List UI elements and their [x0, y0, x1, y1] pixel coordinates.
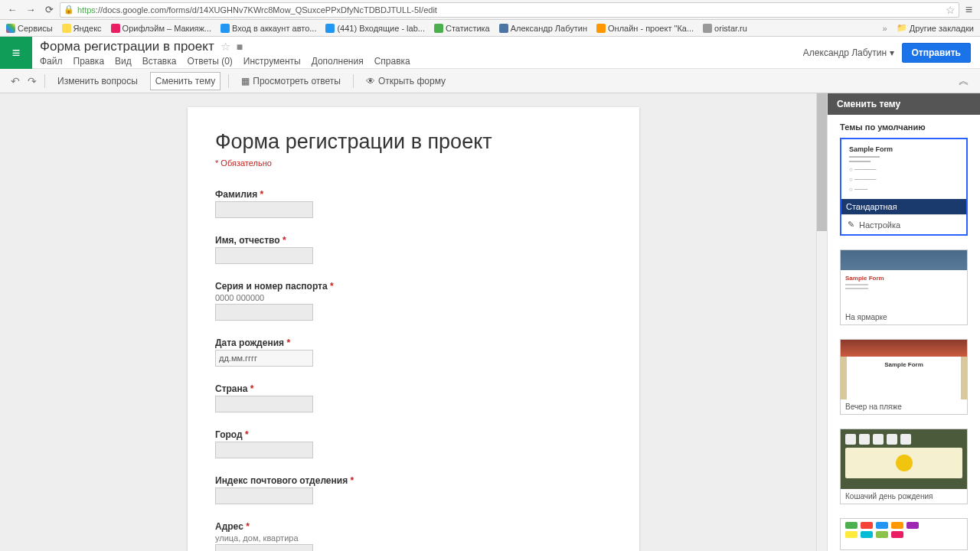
theme-card-cat[interactable]: Кошачий день рождения — [840, 429, 968, 504]
star-icon[interactable]: ☆ — [220, 40, 230, 54]
open-form-button[interactable]: 👁Открыть форму — [361, 73, 450, 90]
scrollbar[interactable] — [816, 93, 827, 551]
field-input-city[interactable] — [215, 442, 313, 458]
tab-edit-questions[interactable]: Изменить вопросы — [53, 73, 142, 90]
form-canvas: Форма регистрации в проект * Обязательно… — [0, 93, 827, 551]
bookmark-item[interactable]: Яндекс — [62, 24, 102, 33]
field-input-country[interactable] — [215, 396, 313, 412]
send-button[interactable]: Отправить — [902, 43, 971, 63]
scrollbar-thumb[interactable] — [817, 93, 827, 231]
favicon-icon — [325, 24, 335, 33]
theme-sidebar: Сменить тему Темы по умолчанию Sample Fo… — [827, 93, 980, 551]
field-label: Индекс почтового отделения * — [215, 475, 612, 486]
redo-icon[interactable]: ↷ — [28, 75, 37, 87]
bookmarks-bar: Сервисы Яндекс Орифлэйм – Макияж... Вход… — [0, 20, 980, 37]
bookmark-item[interactable]: oristar.ru — [703, 24, 747, 33]
field-help: улица, дом, квартира — [215, 533, 612, 543]
move-folder-icon[interactable]: ■ — [237, 41, 243, 53]
menu-file[interactable]: Файл — [40, 56, 63, 67]
form-field: Адрес * улица, дом, квартира — [215, 521, 612, 551]
field-label: Имя, отчество * — [215, 235, 612, 246]
form-field: Город * — [215, 429, 612, 458]
folder-icon: 📁 — [897, 23, 907, 33]
forward-button[interactable]: → — [23, 2, 38, 18]
favicon-icon — [703, 24, 712, 33]
bookmark-item[interactable]: Онлайн - проект "Ка... — [596, 24, 694, 33]
form-field: Фамилия * — [215, 189, 612, 218]
field-label: Дата рождения * — [215, 337, 612, 348]
field-label: Адрес * — [215, 521, 612, 532]
theme-name: Вечер на пляже — [841, 399, 967, 414]
field-input-postal[interactable] — [215, 487, 313, 504]
browser-toolbar: ← → ⟳ 🔒 https://docs.google.com/forms/d/… — [0, 0, 980, 20]
apps-icon — [6, 24, 15, 33]
customize-button[interactable]: ✎ Настройка — [841, 214, 966, 234]
form-field: Страна * — [215, 383, 612, 412]
other-bookmarks[interactable]: 📁Другие закладки — [897, 23, 974, 33]
bookmark-item[interactable]: Статистика — [434, 24, 490, 33]
menu-help[interactable]: Справка — [374, 56, 410, 67]
form-field: Имя, отчество * — [215, 235, 612, 264]
form-field: Индекс почтового отделения * — [215, 475, 612, 504]
main-area: Форма регистрации в проект * Обязательно… — [0, 93, 980, 551]
favicon-icon — [111, 24, 120, 33]
url-text: https://docs.google.com/forms/d/14XUGHNv… — [77, 5, 437, 15]
form-title: Форма регистрации в проект — [215, 130, 612, 154]
sidebar-title: Сменить тему — [828, 93, 980, 115]
theme-card-fair[interactable]: Sample Form На ярмарке — [840, 249, 968, 325]
field-input-address[interactable] — [215, 544, 313, 551]
spreadsheet-icon: ▦ — [241, 76, 250, 86]
theme-card-beach[interactable]: Sample Form Вечер на пляже — [840, 339, 968, 415]
bookmarks-overflow-icon[interactable]: » — [883, 24, 887, 33]
field-label: Город * — [215, 429, 612, 440]
menu-bar: Файл Правка Вид Вставка Ответы (0) Инстр… — [40, 56, 803, 67]
view-responses-button[interactable]: ▦Просмотреть ответы — [237, 73, 345, 90]
favicon-icon — [434, 24, 443, 33]
form-paper: Форма регистрации в проект * Обязательно… — [188, 107, 639, 551]
field-input-birthdate[interactable] — [215, 350, 313, 367]
form-field: Серия и номер паспорта * 0000 000000 — [215, 281, 612, 321]
menu-view[interactable]: Вид — [115, 56, 132, 67]
theme-name: Кошачий день рождения — [841, 489, 967, 504]
browser-menu-icon[interactable]: ≡ — [962, 3, 975, 17]
theme-card-default[interactable]: Sample Form ○ ─────○ ─────○ ─── Стандарт… — [840, 138, 968, 236]
favicon-icon — [62, 24, 71, 33]
theme-name: Стандартная — [841, 199, 966, 214]
bookmark-star-icon[interactable]: ☆ — [946, 4, 956, 16]
favicon-icon — [220, 24, 230, 33]
bookmark-item[interactable]: Орифлэйм – Макияж... — [111, 24, 211, 33]
toolbar: ↶ ↷ Изменить вопросы Сменить тему ▦Просм… — [0, 69, 980, 93]
field-label: Фамилия * — [215, 189, 612, 200]
pencil-icon: ✎ — [848, 220, 854, 230]
forms-logo-icon[interactable]: ≡ — [0, 37, 32, 69]
favicon-icon — [596, 24, 606, 33]
menu-tools[interactable]: Инструменты — [243, 56, 301, 67]
theme-card-cars[interactable] — [840, 518, 968, 550]
sidebar-section-title: Темы по умолчанию — [840, 122, 968, 132]
field-input-passport[interactable] — [215, 304, 313, 321]
bookmark-item[interactable]: (441) Входящие - lab... — [325, 24, 425, 33]
field-label: Страна * — [215, 383, 612, 394]
document-title[interactable]: Форма регистрации в проект — [40, 39, 214, 54]
undo-icon[interactable]: ↶ — [11, 75, 20, 87]
tab-change-theme[interactable]: Сменить тему — [150, 72, 220, 90]
lock-icon: 🔒 — [64, 5, 74, 15]
bookmark-item[interactable]: Вход в аккаунт авто... — [220, 24, 316, 33]
apps-shortcut[interactable]: Сервисы — [6, 24, 53, 33]
required-legend: * Обязательно — [215, 158, 612, 168]
menu-edit[interactable]: Правка — [74, 56, 105, 67]
reload-button[interactable]: ⟳ — [41, 2, 57, 18]
favicon-icon — [499, 24, 508, 33]
account-name[interactable]: Александр Лабутин ▾ — [803, 47, 894, 58]
menu-insert[interactable]: Вставка — [142, 56, 177, 67]
menu-responses[interactable]: Ответы (0) — [187, 56, 232, 67]
back-button[interactable]: ← — [5, 2, 20, 18]
eye-icon: 👁 — [366, 76, 375, 86]
address-bar[interactable]: 🔒 https://docs.google.com/forms/d/14XUGH… — [60, 2, 959, 18]
collapse-toolbar-icon[interactable]: ︽ — [959, 74, 969, 88]
field-help: 0000 000000 — [215, 293, 612, 302]
bookmark-item[interactable]: Александр Лабутин — [499, 24, 587, 33]
field-input-name[interactable] — [215, 247, 313, 264]
menu-addons[interactable]: Дополнения — [312, 56, 364, 67]
field-input-surname[interactable] — [215, 201, 313, 218]
